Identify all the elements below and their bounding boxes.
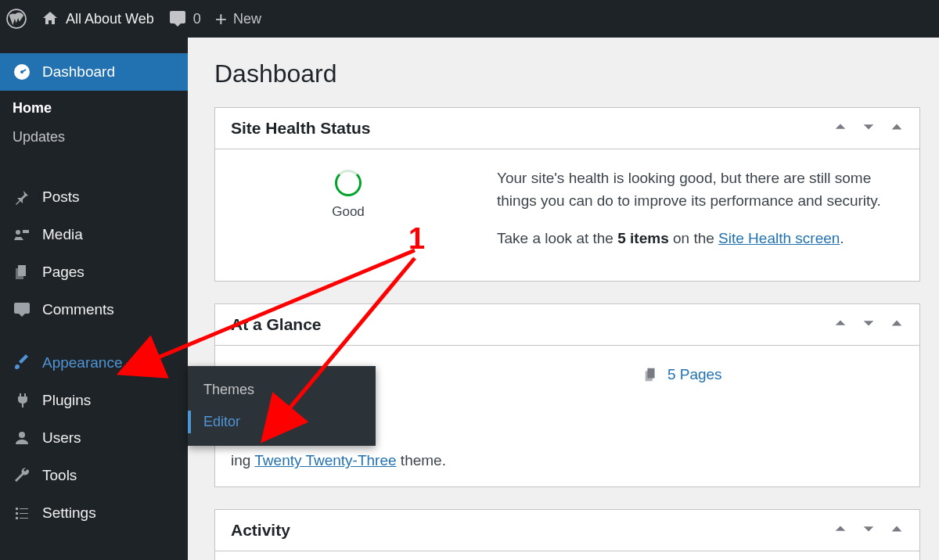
svg-point-3: [16, 230, 20, 235]
menu-dashboard[interactable]: Dashboard: [0, 53, 188, 91]
admin-sidebar: Dashboard Home Updates Posts Media Pages: [0, 38, 188, 560]
pin-icon: [13, 188, 31, 206]
site-name-label: All About Web: [66, 11, 154, 27]
site-health-link[interactable]: Site Health screen: [718, 230, 840, 246]
collapse-icon[interactable]: [890, 522, 904, 539]
new-label: New: [233, 11, 261, 27]
wrench-icon: [13, 466, 31, 485]
site-health-text: Your site's health is looking good, but …: [497, 167, 904, 264]
user-icon: [13, 429, 31, 447]
menu-posts[interactable]: Posts: [0, 178, 188, 216]
pages-icon: [642, 366, 660, 383]
move-up-icon[interactable]: [833, 316, 847, 333]
media-icon: [13, 225, 31, 244]
site-home-link[interactable]: All About Web: [41, 9, 154, 28]
plug-icon: [13, 391, 31, 410]
move-down-icon[interactable]: [862, 316, 876, 333]
svg-point-4: [19, 432, 25, 438]
admin-toolbar: All About Web 0 + New: [0, 0, 939, 38]
pages-icon: [13, 263, 31, 282]
move-down-icon[interactable]: [862, 120, 876, 137]
dashboard-icon: [13, 63, 31, 81]
annotation-number: 1: [408, 222, 425, 256]
toolbar-new[interactable]: + New: [215, 9, 261, 29]
menu-media[interactable]: Media: [0, 216, 188, 253]
activity-recent-heading: Recently Published: [215, 551, 919, 560]
site-health-box: Site Health Status Good Your site's heal…: [214, 107, 920, 282]
box-controls: [833, 522, 904, 539]
box-controls: [833, 316, 904, 333]
appearance-flyout: Themes Editor: [188, 366, 376, 446]
menu-media-label: Media: [42, 226, 83, 243]
collapse-icon[interactable]: [890, 120, 904, 137]
glance-pages[interactable]: 5 Pages: [642, 366, 722, 383]
activity-title: Activity: [231, 521, 290, 540]
glance-pages-label: 5 Pages: [667, 366, 722, 383]
submenu-dashboard: Home Updates: [0, 91, 188, 163]
comment-count: 0: [193, 11, 201, 27]
theme-link[interactable]: Twenty Twenty-Three: [254, 452, 396, 468]
menu-tools[interactable]: Tools: [0, 457, 188, 494]
menu-pages-label: Pages: [42, 264, 85, 281]
menu-users-label: Users: [42, 429, 81, 447]
submenu-home[interactable]: Home: [0, 94, 188, 123]
site-health-cta: Take a look at the 5 items on the Site H…: [497, 227, 904, 249]
menu-dashboard-label: Dashboard: [42, 63, 115, 81]
submenu-updates[interactable]: Updates: [0, 123, 188, 152]
box-controls: [833, 120, 904, 137]
site-health-desc: Your site's health is looking good, but …: [497, 167, 904, 213]
flyout-themes[interactable]: Themes: [188, 374, 376, 406]
site-health-title: Site Health Status: [231, 119, 371, 138]
menu-appearance-label: Appearance: [42, 354, 122, 372]
move-up-icon[interactable]: [833, 120, 847, 137]
at-a-glance-header[interactable]: At a Glance: [215, 304, 919, 346]
menu-pages[interactable]: Pages: [0, 253, 188, 291]
activity-box: Activity Recently Published: [214, 509, 920, 560]
collapse-icon[interactable]: [890, 316, 904, 333]
menu-posts-label: Posts: [42, 188, 80, 206]
site-health-gauge: Good: [231, 167, 466, 220]
toolbar-comments[interactable]: 0: [168, 9, 201, 28]
settings-icon: [13, 504, 31, 522]
comment-icon: [13, 300, 31, 319]
menu-users[interactable]: Users: [0, 419, 188, 457]
menu-settings-label: Settings: [42, 504, 96, 522]
menu-plugins[interactable]: Plugins: [0, 382, 188, 419]
svg-point-2: [20, 70, 23, 74]
menu-comments[interactable]: Comments: [0, 291, 188, 328]
flyout-editor[interactable]: Editor: [188, 406, 376, 438]
menu-plugins-label: Plugins: [42, 392, 91, 409]
wordpress-logo[interactable]: [6, 9, 27, 29]
activity-header[interactable]: Activity: [215, 510, 919, 551]
gauge-label: Good: [231, 204, 466, 220]
menu-tools-label: Tools: [42, 467, 77, 484]
move-up-icon[interactable]: [833, 522, 847, 539]
menu-comments-label: Comments: [42, 301, 114, 318]
menu-settings[interactable]: Settings: [0, 494, 188, 532]
menu-appearance[interactable]: Appearance: [0, 344, 188, 382]
move-down-icon[interactable]: [862, 522, 876, 539]
at-a-glance-title: At a Glance: [231, 315, 322, 334]
gauge-ring-icon: [335, 170, 362, 196]
page-title: Dashboard: [214, 59, 920, 88]
plus-icon: +: [215, 9, 227, 29]
site-health-header[interactable]: Site Health Status: [215, 108, 919, 149]
brush-icon: [13, 354, 31, 372]
main-content: Dashboard Site Health Status Good Your s…: [188, 38, 939, 560]
